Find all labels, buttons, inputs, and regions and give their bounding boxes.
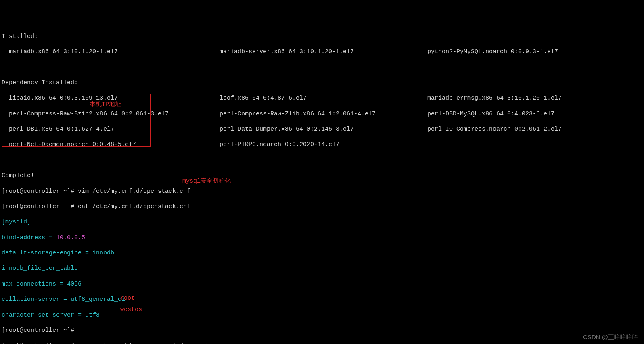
- pkg: mariadb-server.x86_64 3:10.1.20-1.el7: [220, 48, 427, 56]
- command: vim /etc/my.cnf.d/openstack.cnf: [78, 188, 190, 195]
- prompt-line: [root@controller ~]# systemctl enable --…: [2, 342, 642, 344]
- pkg: perl-Net-Daemon.noarch 0:0.48-5.el7: [2, 141, 220, 148]
- annotation-westos: westos: [120, 306, 142, 313]
- annotation-secure: mysql安全初始化: [182, 177, 231, 185]
- flag: --now: [140, 342, 158, 344]
- pkg: [427, 141, 642, 148]
- pkg: perl-Data-Dumper.x86_64 0:2.145-3.el7: [220, 125, 427, 133]
- cnf-line: bind-address = 10.0.0.5: [2, 234, 642, 242]
- cnf-line: default-storage-engine = innodb: [2, 249, 642, 257]
- cnf-line: collation-server = utf8_general_ci: [2, 296, 642, 303]
- installed-header: Installed:: [2, 33, 642, 40]
- prompt: [root@controller ~]#: [2, 342, 78, 344]
- pkg: mariadb.x86_64 3:10.1.20-1.el7: [2, 48, 220, 56]
- cnf-line: character-set-server = utf8: [2, 311, 642, 319]
- annotation-root: root: [120, 294, 135, 302]
- pkg: perl-PlRPC.noarch 0:0.2020-14.el7: [220, 141, 427, 148]
- pkg: perl-Compress-Raw-Bzip2.x86_64 0:2.061-3…: [2, 110, 220, 118]
- watermark: CSDN @王哞哞哞哞: [583, 333, 638, 341]
- blank: [2, 156, 642, 164]
- cnf-key: bind-address =: [2, 234, 56, 241]
- prompt-line: [root@controller ~]# cat /etc/my.cnf.d/o…: [2, 203, 642, 211]
- cnf-line: innodb_file_per_table: [2, 265, 642, 272]
- dep-header: Dependency Installed:: [2, 79, 642, 87]
- cnf-line: max_connections = 4096: [2, 280, 642, 288]
- pkg: lsof.x86_64 0:4.87-6.el7: [220, 94, 427, 102]
- prompt: [root@controller ~]#: [2, 188, 78, 195]
- command: mariadb.service: [158, 342, 216, 344]
- command: cat /etc/my.cnf.d/openstack.cnf: [78, 203, 190, 210]
- prompt-line: [root@controller ~]#: [2, 327, 642, 334]
- command: systemctl enable: [78, 342, 140, 344]
- pkg: mariadb-errmsg.x86_64 3:10.1.20-1.el7: [427, 94, 642, 102]
- annotation-ip: 本机IP地址: [90, 101, 121, 108]
- pkg: perl-DBI.x86_64 0:1.627-4.el7: [2, 125, 220, 133]
- pkg: perl-IO-Compress.noarch 0:2.061-2.el7: [427, 125, 642, 133]
- cnf-section: [mysqld]: [2, 218, 642, 226]
- prompt: [root@controller ~]#: [2, 327, 78, 334]
- dep-row: perl-Net-Daemon.noarch 0:0.48-5.el7perl-…: [2, 141, 642, 148]
- prompt-line: [root@controller ~]# vim /etc/my.cnf.d/o…: [2, 188, 642, 195]
- pkg: perl-Compress-Raw-Zlib.x86_64 1:2.061-4.…: [220, 110, 427, 118]
- prompt: [root@controller ~]#: [2, 203, 78, 210]
- cnf-val: 10.0.0.5: [56, 234, 85, 241]
- complete: Complete!: [2, 172, 642, 179]
- pkg: perl-DBD-MySQL.x86_64 0:4.023-6.el7: [427, 110, 642, 118]
- blank: [2, 64, 642, 71]
- dep-row: perl-DBI.x86_64 0:1.627-4.el7perl-Data-D…: [2, 125, 642, 133]
- dep-row: perl-Compress-Raw-Bzip2.x86_64 0:2.061-3…: [2, 110, 642, 118]
- pkg: python2-PyMySQL.noarch 0:0.9.3-1.el7: [427, 48, 642, 56]
- installed-row: mariadb.x86_64 3:10.1.20-1.el7 mariadb-s…: [2, 48, 642, 56]
